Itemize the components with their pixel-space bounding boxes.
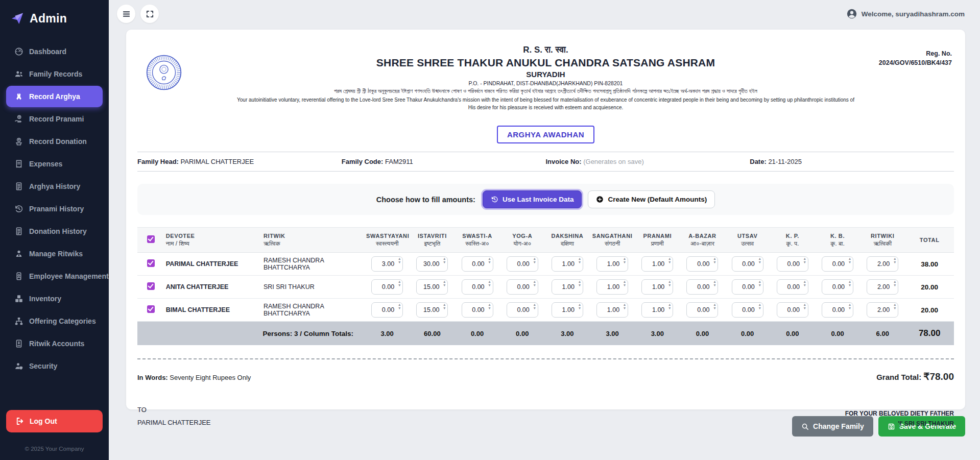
amount-input[interactable]: 2.00▴▾ xyxy=(867,256,898,272)
doc-title: SHREE SHREE THAKUR ANUKUL CHANDRA SATSAN… xyxy=(234,57,857,69)
amount-input[interactable]: 0.00▴▾ xyxy=(686,279,718,295)
amount-input[interactable]: 1.00▴▾ xyxy=(552,256,583,272)
spinner-arrows[interactable]: ▴▾ xyxy=(398,257,400,264)
fullscreen-button[interactable] xyxy=(140,5,159,23)
amount-input[interactable]: 0.00▴▾ xyxy=(732,279,763,295)
spinner-arrows[interactable]: ▴▾ xyxy=(804,303,806,310)
spinner-arrows[interactable]: ▴▾ xyxy=(398,280,400,287)
spinner-arrows[interactable]: ▴▾ xyxy=(534,303,536,310)
spinner-arrows[interactable]: ▴▾ xyxy=(804,257,806,264)
spinner-arrows[interactable]: ▴▾ xyxy=(849,257,851,264)
sidebar-item-arghya-history[interactable]: Arghya History xyxy=(6,176,103,197)
user-menu[interactable]: Welcome, suryadihashram.com xyxy=(846,8,965,19)
sidebar-item-pranami-history[interactable]: Pranami History xyxy=(6,198,103,220)
amount-input[interactable]: 0.00▴▾ xyxy=(822,279,853,295)
sidebar-item-inventory[interactable]: Inventory xyxy=(6,288,103,309)
amount-input[interactable]: 1.00▴▾ xyxy=(641,256,673,272)
amount-input[interactable]: 1.00▴▾ xyxy=(596,302,628,318)
amount-input[interactable]: 1.00▴▾ xyxy=(641,302,673,318)
amount-input[interactable]: 0.00▴▾ xyxy=(462,279,493,295)
sidebar-item-expenses[interactable]: Expenses xyxy=(6,153,103,175)
amount-input[interactable]: 15.00▴▾ xyxy=(416,279,448,295)
spinner-arrows[interactable]: ▴▾ xyxy=(894,303,896,310)
amount-input[interactable]: 0.00▴▾ xyxy=(732,302,763,318)
menu-toggle-button[interactable] xyxy=(117,5,135,23)
amount-input[interactable]: 0.00▴▾ xyxy=(462,256,493,272)
amount-input[interactable]: 1.00▴▾ xyxy=(596,279,628,295)
spinner-arrows[interactable]: ▴▾ xyxy=(713,303,715,310)
amount-input[interactable]: 1.00▴▾ xyxy=(552,279,583,295)
spinner-arrows[interactable]: ▴▾ xyxy=(668,280,671,287)
amount-input[interactable]: 0.00▴▾ xyxy=(371,279,403,295)
spinner-arrows[interactable]: ▴▾ xyxy=(668,257,671,264)
amount-input[interactable]: 1.00▴▾ xyxy=(641,279,673,295)
spinner-arrows[interactable]: ▴▾ xyxy=(534,280,536,287)
sidebar-item-offering-categories[interactable]: Offering Categories xyxy=(6,310,103,332)
amount-input[interactable]: 0.00▴▾ xyxy=(686,256,718,272)
spinner-arrows[interactable]: ▴▾ xyxy=(489,303,491,310)
amount-input[interactable]: 30.00▴▾ xyxy=(416,256,448,272)
logout-button[interactable]: Log Out xyxy=(6,410,103,432)
row-checkbox[interactable] xyxy=(147,282,155,290)
amount-input[interactable]: 2.00▴▾ xyxy=(867,302,898,318)
amount-input[interactable]: 0.00▴▾ xyxy=(686,302,718,318)
create-new-button[interactable]: Create New (Default Amounts) xyxy=(588,190,715,208)
row-checkbox[interactable] xyxy=(147,305,155,313)
amount-input[interactable]: 0.00▴▾ xyxy=(777,302,808,318)
spinner-arrows[interactable]: ▴▾ xyxy=(489,257,491,264)
amount-input[interactable]: 2.00▴▾ xyxy=(867,279,898,295)
use-last-invoice-button[interactable]: Use Last Invoice Data xyxy=(483,190,582,208)
spinner-arrows[interactable]: ▴▾ xyxy=(489,280,491,287)
sidebar-item-family-records[interactable]: Family Records xyxy=(6,63,103,85)
spinner-arrows[interactable]: ▴▾ xyxy=(849,303,851,310)
brand-name: Admin xyxy=(30,12,67,26)
select-all-checkbox[interactable] xyxy=(147,235,155,243)
amount-input[interactable]: 0.00▴▾ xyxy=(507,279,538,295)
spinner-arrows[interactable]: ▴▾ xyxy=(849,280,851,287)
sidebar-item-donation-history[interactable]: Donation History xyxy=(6,221,103,242)
spinner-arrows[interactable]: ▴▾ xyxy=(894,257,896,264)
spinner-arrows[interactable]: ▴▾ xyxy=(713,280,715,287)
spinner-arrows[interactable]: ▴▾ xyxy=(579,280,581,287)
spinner-arrows[interactable]: ▴▾ xyxy=(668,303,671,310)
spinner-arrows[interactable]: ▴▾ xyxy=(759,303,761,310)
spinner-arrows[interactable]: ▴▾ xyxy=(624,303,626,310)
spinner-arrows[interactable]: ▴▾ xyxy=(713,257,715,264)
sidebar-item-label: Pranami History xyxy=(29,205,84,213)
sidebar-item-record-donation[interactable]: Record Donation xyxy=(6,131,103,152)
amount-input[interactable]: 1.00▴▾ xyxy=(552,302,583,318)
spinner-arrows[interactable]: ▴▾ xyxy=(443,280,445,287)
amount-input[interactable]: 0.00▴▾ xyxy=(822,256,853,272)
spinner-arrows[interactable]: ▴▾ xyxy=(579,303,581,310)
sidebar-item-dashboard[interactable]: Dashboard xyxy=(6,41,103,62)
spinner-arrows[interactable]: ▴▾ xyxy=(579,257,581,264)
spinner-arrows[interactable]: ▴▾ xyxy=(894,280,896,287)
sidebar-item-security[interactable]: Security xyxy=(6,355,103,377)
amount-input[interactable]: 0.00▴▾ xyxy=(777,279,808,295)
amount-input[interactable]: 0.00▴▾ xyxy=(822,302,853,318)
spinner-arrows[interactable]: ▴▾ xyxy=(759,280,761,287)
sidebar-item-manage-ritwiks[interactable]: Manage Ritwiks xyxy=(6,243,103,264)
row-checkbox[interactable] xyxy=(147,259,155,267)
amount-input[interactable]: 0.00▴▾ xyxy=(507,302,538,318)
sidebar-item-ritwik-accounts[interactable]: Ritwik Accounts xyxy=(6,333,103,354)
amount-input[interactable]: 15.00▴▾ xyxy=(416,302,448,318)
amount-input[interactable]: 0.00▴▾ xyxy=(732,256,763,272)
sidebar-item-record-pranami[interactable]: Record Pranami xyxy=(6,108,103,130)
amount-input[interactable]: 0.00▴▾ xyxy=(777,256,808,272)
sidebar-item-record-arghya[interactable]: Record Arghya xyxy=(6,86,103,107)
amount-input[interactable]: 0.00▴▾ xyxy=(507,256,538,272)
spinner-arrows[interactable]: ▴▾ xyxy=(398,303,400,310)
sidebar-item-employee-management[interactable]: Employee Management xyxy=(6,265,103,287)
spinner-arrows[interactable]: ▴▾ xyxy=(759,257,761,264)
spinner-arrows[interactable]: ▴▾ xyxy=(443,303,445,310)
amount-input[interactable]: 3.00▴▾ xyxy=(371,256,403,272)
spinner-arrows[interactable]: ▴▾ xyxy=(624,280,626,287)
spinner-arrows[interactable]: ▴▾ xyxy=(624,257,626,264)
spinner-arrows[interactable]: ▴▾ xyxy=(534,257,536,264)
amount-input[interactable]: 0.00▴▾ xyxy=(462,302,493,318)
amount-input[interactable]: 0.00▴▾ xyxy=(371,302,403,318)
amount-input[interactable]: 1.00▴▾ xyxy=(596,256,628,272)
spinner-arrows[interactable]: ▴▾ xyxy=(443,257,445,264)
spinner-arrows[interactable]: ▴▾ xyxy=(804,280,806,287)
